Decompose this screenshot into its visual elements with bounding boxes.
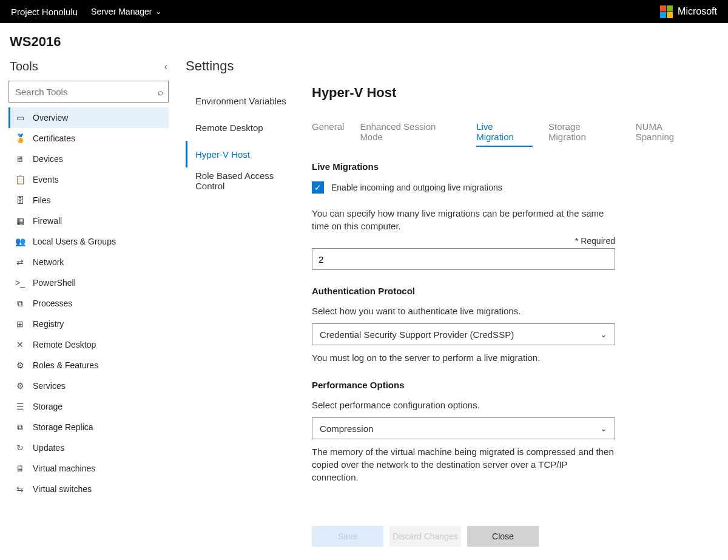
tool-item[interactable]: ▭Overview [8, 107, 169, 128]
chevron-down-icon: ⌄ [600, 329, 607, 339]
tool-label: Virtual machines [33, 464, 95, 473]
tool-item[interactable]: 👥Local Users & Groups [8, 231, 169, 252]
perf-help-text: Select performance configuration options… [312, 400, 703, 410]
microsoft-logo-icon [660, 5, 673, 18]
tool-item[interactable]: 📋Events [8, 169, 169, 190]
auth-protocol-title: Authentication Protocol [312, 286, 703, 296]
auth-protocol-value: Credential Security Support Provider (Cr… [320, 329, 514, 340]
tool-label: Firewall [33, 216, 62, 226]
tool-label: Certificates [33, 133, 75, 143]
tool-icon: 🖥 [15, 154, 25, 164]
tool-label: Services [33, 381, 66, 391]
tool-icon: 👥 [15, 237, 25, 246]
enable-migrations-label: Enable incoming and outgoing live migrat… [331, 183, 502, 192]
tool-item[interactable]: ☰Storage [8, 396, 169, 417]
auth-note-text: You must log on to the server to perform… [312, 351, 615, 364]
tool-item[interactable]: 🗄Files [8, 190, 169, 211]
perf-options-value: Compression [320, 423, 373, 434]
tool-icon: ↻ [15, 443, 25, 453]
concurrent-help-text: You can specify how many live migrations… [312, 207, 615, 232]
settings-item[interactable]: Remote Desktop [186, 114, 301, 141]
required-label: * Required [312, 236, 615, 246]
action-buttons: Save Discard Changes Close [312, 526, 539, 547]
close-button[interactable]: Close [467, 526, 539, 547]
tool-item[interactable]: ⇆Virtual switches [8, 479, 169, 499]
auth-help-text: Select how you want to authenticate live… [312, 306, 703, 316]
tool-label: Virtual switches [33, 484, 92, 494]
tool-item[interactable]: ⇄Network [8, 252, 169, 272]
tool-icon: 🏅 [15, 133, 25, 143]
tool-label: PowerShell [33, 278, 76, 288]
tab[interactable]: Storage Migration [548, 121, 620, 147]
tool-icon: 📋 [15, 175, 25, 184]
perf-options-title: Performance Options [312, 380, 703, 390]
microsoft-brand[interactable]: Microsoft [660, 5, 717, 18]
save-button[interactable]: Save [312, 526, 383, 547]
tab[interactable]: Live Migration [476, 121, 533, 147]
tool-icon: ▦ [15, 216, 25, 226]
tool-icon: ⧉ [15, 299, 25, 309]
live-migrations-title: Live Migrations [312, 161, 703, 172]
tool-item[interactable]: ⚙Roles & Features [8, 355, 169, 376]
tool-icon: 🗄 [15, 195, 25, 205]
search-icon[interactable]: ⌕ [158, 87, 163, 97]
tool-item[interactable]: >_PowerShell [8, 272, 169, 293]
tool-icon: ⇄ [15, 257, 25, 267]
tab[interactable]: NUMA Spanning [636, 121, 703, 147]
tool-label: Storage [33, 402, 62, 411]
tool-label: Remote Desktop [33, 340, 96, 349]
chevron-down-icon: ⌄ [600, 423, 607, 433]
concurrent-migrations-input[interactable] [312, 248, 615, 270]
tools-title: Tools [10, 59, 38, 73]
tool-label: Devices [33, 154, 63, 164]
page-title: Hyper-V Host [312, 85, 703, 101]
tool-item[interactable]: ✕Remote Desktop [8, 334, 169, 355]
perf-options-select[interactable]: Compression ⌄ [312, 417, 615, 439]
settings-panel: Settings Environment VariablesRemote Des… [177, 56, 307, 559]
tool-label: Events [33, 175, 59, 184]
tool-icon: ⇆ [15, 484, 25, 494]
tool-label: Files [33, 195, 51, 205]
tool-label: Processes [33, 299, 72, 308]
tool-label: Registry [33, 319, 64, 329]
discard-button[interactable]: Discard Changes [389, 526, 461, 547]
tools-panel: Tools ‹ ⌕ ▭Overview🏅Certificates🖥Devices… [0, 56, 177, 559]
tool-icon: ☰ [15, 402, 25, 411]
tab[interactable]: Enhanced Session Mode [360, 121, 460, 147]
search-input[interactable] [9, 81, 146, 102]
server-manager-menu[interactable]: Server Manager ⌄ [91, 7, 161, 16]
settings-item[interactable]: Environment Variables [186, 87, 301, 114]
settings-list: Environment VariablesRemote DesktopHyper… [186, 87, 301, 194]
tool-item[interactable]: ↻Updates [8, 437, 169, 458]
enable-migrations-checkbox[interactable]: ✓ [312, 181, 324, 194]
tools-list: ▭Overview🏅Certificates🖥Devices📋Events🗄Fi… [8, 107, 169, 499]
tool-item[interactable]: 🖥Virtual machines [8, 458, 169, 479]
settings-item[interactable]: Role Based Access Control [186, 167, 301, 194]
tool-label: Storage Replica [33, 422, 93, 432]
settings-title: Settings [186, 56, 301, 87]
collapse-left-icon[interactable]: ‹ [164, 61, 167, 72]
server-manager-label: Server Manager [91, 7, 152, 16]
tool-label: Roles & Features [33, 360, 98, 370]
product-link[interactable]: Project Honolulu [11, 7, 78, 17]
tool-item[interactable]: ▦Firewall [8, 211, 169, 231]
tool-icon: ⚙ [15, 381, 25, 391]
tool-item[interactable]: ⧉Processes [8, 293, 169, 314]
top-bar: Project Honolulu Server Manager ⌄ Micros… [0, 0, 728, 23]
tool-item[interactable]: ⚙Services [8, 376, 169, 396]
chevron-down-icon: ⌄ [155, 7, 161, 16]
auth-protocol-select[interactable]: Credential Security Support Provider (Cr… [312, 323, 615, 345]
tools-search[interactable]: ⌕ [8, 81, 169, 103]
tool-icon: ⊞ [15, 319, 25, 329]
tool-label: Overview [33, 113, 68, 123]
tool-item[interactable]: 🏅Certificates [8, 128, 169, 149]
tool-label: Local Users & Groups [33, 237, 116, 246]
tool-label: Network [33, 257, 64, 267]
tool-item[interactable]: ⧉Storage Replica [8, 417, 169, 437]
settings-item[interactable]: Hyper-V Host [186, 141, 301, 167]
tool-item[interactable]: 🖥Devices [8, 149, 169, 169]
tool-label: Updates [33, 443, 64, 453]
server-name-heading: WS2016 [0, 23, 728, 56]
tab[interactable]: General [312, 121, 344, 147]
tool-item[interactable]: ⊞Registry [8, 314, 169, 334]
